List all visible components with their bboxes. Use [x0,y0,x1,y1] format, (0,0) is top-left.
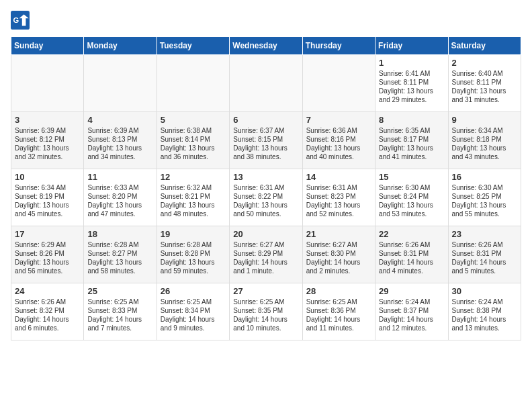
cell-content: Daylight: 13 hours and 50 minutes. [233,201,298,218]
cell-content: Daylight: 14 hours and 12 minutes. [379,315,444,332]
cell-content: Sunrise: 6:41 AM [379,69,444,78]
cell-content: Daylight: 13 hours and 36 minutes. [161,144,226,161]
day-number: 8 [379,115,444,125]
calendar-cell: 16Sunrise: 6:30 AMSunset: 8:25 PMDayligh… [448,169,521,226]
cell-content: Sunrise: 6:25 AM [306,298,371,306]
cell-content: Sunrise: 6:26 AM [379,240,444,249]
calendar-cell: 17Sunrise: 6:29 AMSunset: 8:26 PMDayligh… [11,226,84,283]
day-number: 12 [161,172,226,182]
cell-content: Sunrise: 6:33 AM [87,183,152,192]
calendar-cell: 1Sunrise: 6:41 AMSunset: 8:11 PMDaylight… [375,55,448,112]
cell-content: Sunrise: 6:37 AM [233,126,298,135]
cell-content: Daylight: 13 hours and 56 minutes. [15,258,80,275]
calendar-cell [157,55,229,112]
cell-content: Sunrise: 6:32 AM [161,183,226,192]
day-number: 21 [306,229,371,239]
day-number: 18 [87,229,152,239]
cell-content: Daylight: 13 hours and 55 minutes. [452,201,517,218]
day-number: 17 [15,229,80,239]
calendar-cell: 30Sunrise: 6:24 AMSunset: 8:38 PMDayligh… [448,283,521,340]
cell-content: Sunset: 8:38 PM [452,306,517,315]
day-number: 23 [452,229,517,239]
cell-content: Sunrise: 6:26 AM [15,298,80,306]
calendar-cell: 5Sunrise: 6:38 AMSunset: 8:14 PMDaylight… [157,112,229,169]
cell-content: Sunset: 8:13 PM [87,135,152,144]
cell-content: Daylight: 14 hours and 4 minutes. [379,258,444,275]
cell-content: Daylight: 13 hours and 47 minutes. [87,201,152,218]
calendar-cell: 6Sunrise: 6:37 AMSunset: 8:15 PMDaylight… [230,112,302,169]
calendar-table: SundayMondayTuesdayWednesdayThursdayFrid… [11,36,521,340]
calendar-week-row: 1Sunrise: 6:41 AMSunset: 8:11 PMDaylight… [11,55,521,112]
calendar-week-row: 10Sunrise: 6:34 AMSunset: 8:19 PMDayligh… [11,169,521,226]
cell-content: Sunset: 8:20 PM [87,192,152,201]
cell-content: Sunrise: 6:35 AM [379,126,444,135]
cell-content: Daylight: 13 hours and 58 minutes. [87,258,152,275]
calendar-cell: 18Sunrise: 6:28 AMSunset: 8:27 PMDayligh… [84,226,157,283]
cell-content: Daylight: 13 hours and 38 minutes. [233,144,298,161]
calendar-header-row: SundayMondayTuesdayWednesdayThursdayFrid… [11,37,521,55]
cell-content: Sunset: 8:28 PM [161,249,226,258]
day-number: 24 [15,286,80,296]
cell-content: Daylight: 13 hours and 43 minutes. [452,144,517,161]
calendar-cell: 22Sunrise: 6:26 AMSunset: 8:31 PMDayligh… [375,226,448,283]
cell-content: Sunrise: 6:24 AM [452,298,517,306]
cell-content: Daylight: 13 hours and 34 minutes. [87,144,152,161]
cell-content: Daylight: 13 hours and 31 minutes. [452,87,517,104]
cell-content: Sunset: 8:31 PM [452,249,517,258]
day-header-thursday: Thursday [302,37,375,55]
calendar-cell: 9Sunrise: 6:34 AMSunset: 8:18 PMDaylight… [448,112,521,169]
calendar-cell [230,55,302,112]
day-header-sunday: Sunday [11,37,84,55]
cell-content: Sunset: 8:14 PM [161,135,226,144]
cell-content: Sunrise: 6:28 AM [161,240,226,249]
calendar-cell: 8Sunrise: 6:35 AMSunset: 8:17 PMDaylight… [375,112,448,169]
cell-content: Sunrise: 6:40 AM [452,69,517,78]
calendar-cell: 19Sunrise: 6:28 AMSunset: 8:28 PMDayligh… [157,226,229,283]
cell-content: Sunset: 8:22 PM [233,192,298,201]
cell-content: Sunrise: 6:25 AM [87,298,152,306]
cell-content: Sunrise: 6:28 AM [87,240,152,249]
calendar-cell: 23Sunrise: 6:26 AMSunset: 8:31 PMDayligh… [448,226,521,283]
calendar-cell: 29Sunrise: 6:24 AMSunset: 8:37 PMDayligh… [375,283,448,340]
calendar-cell: 12Sunrise: 6:32 AMSunset: 8:21 PMDayligh… [157,169,229,226]
cell-content: Sunset: 8:37 PM [379,306,444,315]
calendar-cell [302,55,375,112]
cell-content: Daylight: 14 hours and 9 minutes. [161,315,226,332]
cell-content: Sunrise: 6:26 AM [452,240,517,249]
day-number: 5 [161,115,226,125]
cell-content: Daylight: 14 hours and 13 minutes. [452,315,517,332]
cell-content: Sunset: 8:25 PM [452,192,517,201]
calendar-cell: 13Sunrise: 6:31 AMSunset: 8:22 PMDayligh… [230,169,302,226]
calendar-cell: 28Sunrise: 6:25 AMSunset: 8:36 PMDayligh… [302,283,375,340]
cell-content: Sunrise: 6:25 AM [161,298,226,306]
day-number: 22 [379,229,444,239]
cell-content: Sunrise: 6:27 AM [306,240,371,249]
cell-content: Sunset: 8:11 PM [379,78,444,87]
cell-content: Sunset: 8:34 PM [161,306,226,315]
logo: G [11,11,32,30]
cell-content: Daylight: 14 hours and 1 minute. [233,258,298,275]
cell-content: Sunset: 8:33 PM [87,306,152,315]
cell-content: Daylight: 14 hours and 2 minutes. [306,258,371,275]
day-number: 9 [452,115,517,125]
day-number: 1 [379,58,444,68]
cell-content: Daylight: 13 hours and 32 minutes. [15,144,80,161]
calendar-cell: 10Sunrise: 6:34 AMSunset: 8:19 PMDayligh… [11,169,84,226]
calendar-cell: 4Sunrise: 6:39 AMSunset: 8:13 PMDaylight… [84,112,157,169]
day-header-saturday: Saturday [448,37,521,55]
cell-content: Daylight: 13 hours and 45 minutes. [15,201,80,218]
cell-content: Daylight: 14 hours and 5 minutes. [452,258,517,275]
day-number: 4 [87,115,152,125]
cell-content: Sunset: 8:32 PM [15,306,80,315]
calendar-cell: 2Sunrise: 6:40 AMSunset: 8:11 PMDaylight… [448,55,521,112]
cell-content: Sunset: 8:23 PM [306,192,371,201]
calendar-cell: 14Sunrise: 6:31 AMSunset: 8:23 PMDayligh… [302,169,375,226]
calendar-cell: 21Sunrise: 6:27 AMSunset: 8:30 PMDayligh… [302,226,375,283]
day-number: 30 [452,286,517,296]
day-number: 13 [233,172,298,182]
calendar-cell: 25Sunrise: 6:25 AMSunset: 8:33 PMDayligh… [84,283,157,340]
cell-content: Sunrise: 6:36 AM [306,126,371,135]
day-number: 27 [233,286,298,296]
calendar-week-row: 3Sunrise: 6:39 AMSunset: 8:12 PMDaylight… [11,112,521,169]
day-number: 11 [87,172,152,182]
